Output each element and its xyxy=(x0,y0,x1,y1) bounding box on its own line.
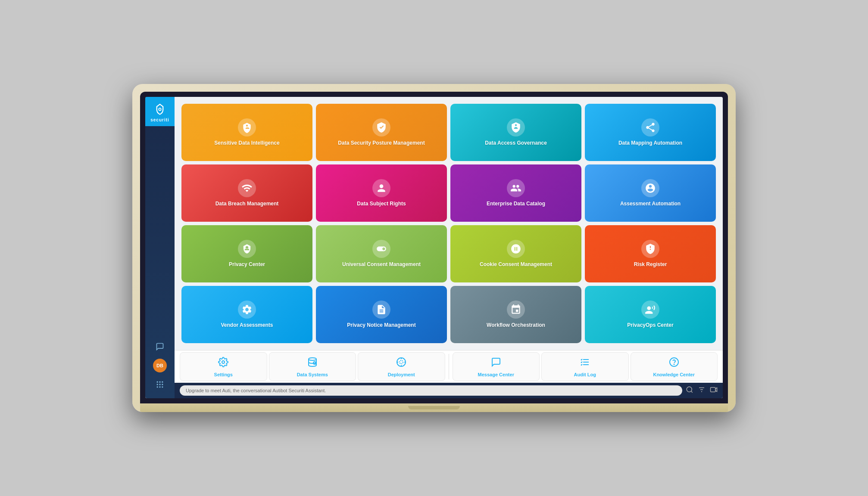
svg-point-3 xyxy=(157,381,158,383)
svg-point-2 xyxy=(159,108,161,110)
svg-line-29 xyxy=(691,391,692,392)
vendor-assessments-icon xyxy=(238,301,256,319)
svg-point-28 xyxy=(687,387,692,392)
tile-sensitive-data-intelligence[interactable]: Sensitive Data Intelligence xyxy=(181,104,312,161)
tile-cookie-consent[interactable]: Cookie Consent Management xyxy=(450,225,581,282)
tile-workflow-orchestration[interactable]: Workflow Orchestration xyxy=(450,286,581,343)
bottom-item-data-systems[interactable]: Data Systems xyxy=(269,352,356,381)
privacy-center-icon xyxy=(238,240,256,258)
filter-taskbar-icon[interactable] xyxy=(698,386,706,396)
tile-universal-consent[interactable]: Universal Consent Management xyxy=(316,225,447,282)
sidebar-bottom: DB xyxy=(153,340,167,398)
svg-point-18 xyxy=(400,360,403,364)
tile-data-access-governance[interactable]: Data Access Governance xyxy=(450,104,581,161)
data-security-icon xyxy=(372,118,390,136)
chat-icon[interactable] xyxy=(153,340,167,353)
tile-enterprise-data-catalog[interactable]: Enterprise Data Catalog xyxy=(450,164,581,222)
enterprise-catalog-icon xyxy=(507,179,525,197)
privacyops-icon xyxy=(641,301,659,319)
sidebar: securiti DB xyxy=(145,97,175,398)
search-taskbar-icon[interactable] xyxy=(686,386,693,396)
tile-privacyops-center[interactable]: PrivacyOps Center xyxy=(585,286,716,343)
taskbar: Upgrade to meet Auti, the conversational… xyxy=(175,383,723,398)
main-content: Sensitive Data Intelligence Data Securit… xyxy=(175,97,723,398)
tile-data-mapping[interactable]: Data Mapping Automation xyxy=(585,104,716,161)
privacy-notice-icon xyxy=(372,301,390,319)
chat-bubble[interactable]: Upgrade to meet Auti, the conversational… xyxy=(180,385,682,396)
laptop-base xyxy=(140,403,728,412)
risk-register-icon xyxy=(641,240,659,258)
svg-marker-34 xyxy=(715,388,717,391)
svg-point-5 xyxy=(162,381,163,383)
taskbar-icons xyxy=(686,386,718,396)
svg-point-6 xyxy=(157,384,158,385)
data-access-icon xyxy=(507,118,525,136)
data-breach-icon xyxy=(238,179,256,197)
laptop-notch xyxy=(408,406,460,409)
svg-point-4 xyxy=(159,381,160,383)
tile-data-subject-rights[interactable]: Data Subject Rights xyxy=(316,164,447,222)
universal-consent-icon xyxy=(372,240,390,258)
svg-point-12 xyxy=(647,306,651,310)
tiles-grid: Sensitive Data Intelligence Data Securit… xyxy=(175,97,723,350)
cookie-consent-icon xyxy=(507,240,525,258)
video-taskbar-icon[interactable] xyxy=(710,386,718,396)
logo-area[interactable]: securiti xyxy=(145,97,175,126)
bottom-item-deployment[interactable]: Deployment xyxy=(358,352,445,381)
bottom-item-settings[interactable]: Settings xyxy=(180,352,267,381)
tile-assessment-automation[interactable]: Assessment Automation xyxy=(585,164,716,222)
sensitive-data-icon xyxy=(238,118,256,136)
svg-point-13 xyxy=(222,361,225,363)
tile-data-security-posture[interactable]: Data Security Posture Management xyxy=(316,104,447,161)
grid-icon[interactable] xyxy=(153,378,167,391)
svg-point-9 xyxy=(157,386,158,388)
svg-point-10 xyxy=(159,386,160,388)
bottom-separator xyxy=(449,354,449,379)
tile-data-breach[interactable]: Data Breach Management xyxy=(181,164,312,222)
data-subject-icon xyxy=(372,179,390,197)
logo-icon xyxy=(152,101,168,117)
svg-point-14 xyxy=(309,358,316,360)
bottom-item-knowledge-center[interactable]: Knowledge Center xyxy=(631,352,718,381)
screen-bezel: securiti DB xyxy=(140,92,728,403)
svg-point-11 xyxy=(162,386,163,388)
tile-vendor-assessments[interactable]: Vendor Assessments xyxy=(181,286,312,343)
bottom-group-left: Settings xyxy=(180,352,445,381)
bottom-bar: Settings xyxy=(175,350,723,383)
svg-line-16 xyxy=(315,364,316,365)
data-mapping-icon xyxy=(641,118,659,136)
laptop-frame: securiti DB xyxy=(132,84,736,412)
logo-text: securiti xyxy=(150,118,169,122)
tile-risk-register[interactable]: Risk Register xyxy=(585,225,716,282)
bottom-item-message-center[interactable]: Message Center xyxy=(453,352,540,381)
svg-point-8 xyxy=(162,384,163,385)
bottom-item-audit-log[interactable]: Audit Log xyxy=(541,352,629,381)
tile-privacy-center[interactable]: Privacy Center xyxy=(181,225,312,282)
workflow-icon xyxy=(507,301,525,319)
svg-point-7 xyxy=(159,384,160,385)
assessment-icon xyxy=(641,179,659,197)
user-avatar[interactable]: DB xyxy=(153,359,167,372)
tile-privacy-notice[interactable]: Privacy Notice Management xyxy=(316,286,447,343)
svg-rect-33 xyxy=(711,387,715,392)
bottom-group-right: Message Center xyxy=(453,352,718,381)
screen: securiti DB xyxy=(145,97,723,398)
